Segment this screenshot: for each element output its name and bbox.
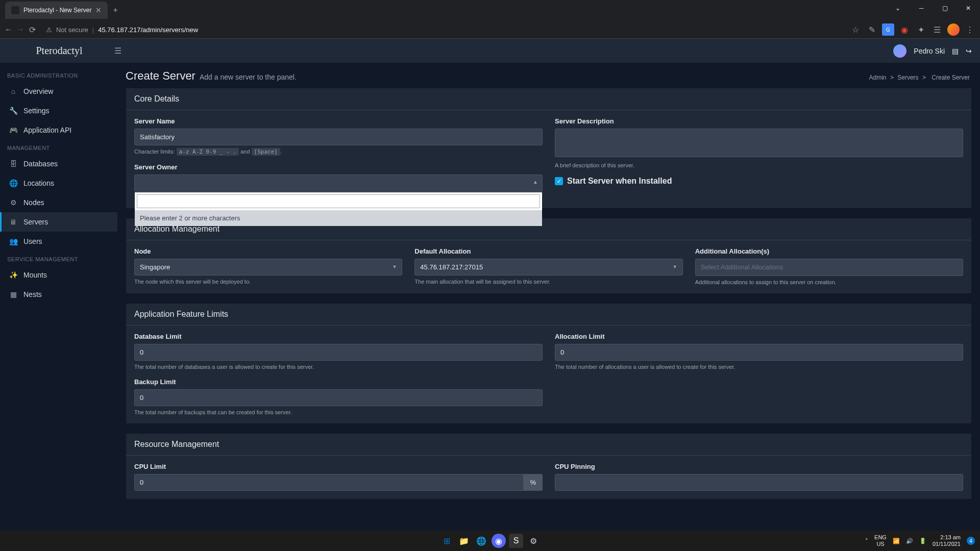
breadcrumb-admin[interactable]: Admin [869,74,887,81]
back-button[interactable]: ← [4,22,13,37]
explorer-icon[interactable]: 📁 [457,534,471,548]
brand-logo[interactable]: Pterodactyl [8,45,110,57]
gamepad-icon: 🎮 [9,126,17,134]
db-limit-input[interactable] [134,344,543,361]
magic-icon: ✨ [9,271,17,279]
close-window-button[interactable]: ✕ [957,0,980,16]
sidebar-section-service: SERVICE MANAGEMENT [0,251,117,265]
server-desc-input[interactable] [555,129,963,157]
cpu-pinning-input[interactable] [555,474,963,491]
extension-icon-1[interactable]: ✎ [866,23,878,36]
sidebar-item-settings[interactable]: 🔧Settings [0,101,117,120]
extension-icon-2[interactable]: G [882,23,894,36]
start-server-label: Start Server when Installed [567,177,672,186]
page-title: Create Server [126,69,195,83]
server-desc-label: Server Description [555,117,963,125]
extension-icon-3[interactable]: ◉ [898,23,911,36]
allocation-box: Allocation Management Node Singapore The… [126,218,972,294]
server-name-input[interactable] [134,129,543,145]
tab-title: Pterodactyl - New Server [23,7,91,14]
sidebar-item-api[interactable]: 🎮Application API [0,120,117,140]
tab-bar: Pterodactyl - New Server ✕ + ⌄ ─ ▢ ✕ [0,0,980,20]
wifi-icon[interactable]: 📶 [893,538,900,544]
sidebar-item-overview[interactable]: ⌂Overview [0,82,117,101]
clock[interactable]: 2:13 am01/11/2021 [933,534,961,547]
checkbox-icon: ✓ [555,177,563,185]
url-text: 45.76.187.217/admin/servers/new [98,26,198,34]
additional-alloc-help: Additional allocations to assign to this… [695,279,963,285]
sidebar-item-users[interactable]: 👥Users [0,232,117,251]
security-status: Not secure [56,26,88,34]
obs-icon[interactable]: ⚙ [526,534,541,548]
default-alloc-select[interactable]: 45.76.187.217:27015 [414,259,682,276]
chevron-up-icon: ▲ [533,179,538,185]
hamburger-icon[interactable]: ☰ [114,46,121,56]
wrench-icon: 🔧 [9,107,17,115]
feature-limits-header: Application Feature Limits [126,304,971,325]
profile-avatar[interactable] [947,23,960,36]
cpu-unit: % [524,474,543,491]
windows-taskbar: ⊞ 📁 🌐 ◉ S ⚙ ˄ ENGUS 📶 🔊 🔋 2:13 am01/11/2… [0,531,980,551]
feature-limits-box: Application Feature Limits Database Limi… [126,303,972,424]
extensions-icon[interactable]: ✦ [915,23,927,36]
backup-limit-input[interactable] [134,389,543,406]
server-owner-select[interactable]: ▲ Please enter 2 or more characters [134,174,543,192]
breadcrumb-current: Create Server [932,74,970,81]
close-tab-icon[interactable]: ✕ [95,6,102,14]
reading-list-icon[interactable]: ☰ [931,23,943,36]
sidebar-item-nodes[interactable]: ⚙Nodes [0,193,117,212]
layers-icon[interactable]: ▤ [952,47,959,55]
default-alloc-label: Default Allocation [414,247,682,255]
chevron-down-icon[interactable]: ⌄ [886,0,910,16]
app-icon-1[interactable]: S [509,534,523,548]
breadcrumb: Admin > Servers > Create Server [869,74,972,81]
node-label: Node [134,247,402,255]
cpu-limit-label: CPU Limit [134,463,543,470]
tray-chevron-icon[interactable]: ˄ [865,538,868,544]
additional-alloc-label: Additional Allocation(s) [695,247,963,255]
start-server-checkbox-wrap[interactable]: ✓ Start Server when Installed [555,177,963,186]
sidebar: BASIC ADMINISTRATION ⌂Overview 🔧Settings… [0,63,117,531]
sidebar-item-nests[interactable]: ▦Nests [0,285,117,304]
sidebar-section-basic: BASIC ADMINISTRATION [0,67,117,82]
favicon-icon [11,6,19,14]
logout-icon[interactable]: ↪ [966,47,972,55]
user-avatar[interactable] [893,44,906,58]
address-bar: ← → ⟳ ⚠ Not secure | 45.76.187.217/admin… [0,20,980,39]
menu-icon[interactable]: ⋮ [964,23,976,36]
minimize-button[interactable]: ─ [910,0,933,16]
new-tab-button[interactable]: + [113,6,117,15]
notification-badge[interactable]: 4 [967,537,975,545]
url-field[interactable]: ⚠ Not secure | 45.76.187.217/admin/serve… [40,22,846,37]
default-alloc-help: The main allocation that will be assigne… [414,279,682,285]
owner-search-message: Please enter 2 or more characters [135,210,542,226]
forward-button[interactable]: → [16,22,24,37]
db-limit-help: The total number of databases a user is … [134,364,543,370]
owner-search-input[interactable] [137,194,540,208]
chrome-icon[interactable]: 🌐 [474,534,488,548]
maximize-button[interactable]: ▢ [933,0,957,16]
additional-alloc-select[interactable]: Select Additional Allocations [695,259,963,276]
battery-icon[interactable]: 🔋 [919,538,926,544]
language-indicator[interactable]: ENGUS [874,534,887,547]
sidebar-item-locations[interactable]: 🌐Locations [0,173,117,193]
reload-button[interactable]: ⟳ [28,22,37,37]
sidebar-item-mounts[interactable]: ✨Mounts [0,265,117,285]
server-desc-help: A brief description of this server. [555,162,963,168]
core-details-header: Core Details [126,88,971,110]
volume-icon[interactable]: 🔊 [906,538,913,544]
alloc-limit-input[interactable] [555,344,963,361]
globe-icon: 🌐 [9,179,17,187]
server-owner-label: Server Owner [134,163,543,171]
discord-icon[interactable]: ◉ [492,534,506,548]
sidebar-item-servers[interactable]: 🖥Servers [0,212,117,232]
sidebar-item-databases[interactable]: 🗄Databases [0,154,117,173]
star-icon[interactable]: ☆ [849,23,862,36]
server-name-label: Server Name [134,117,543,125]
start-icon[interactable]: ⊞ [439,534,454,548]
cpu-limit-input[interactable] [134,474,524,491]
main-content: Create Server Add a new server to the pa… [117,63,980,531]
node-select[interactable]: Singapore [134,259,402,276]
breadcrumb-servers[interactable]: Servers [897,74,918,81]
browser-tab[interactable]: Pterodactyl - New Server ✕ [5,2,108,19]
